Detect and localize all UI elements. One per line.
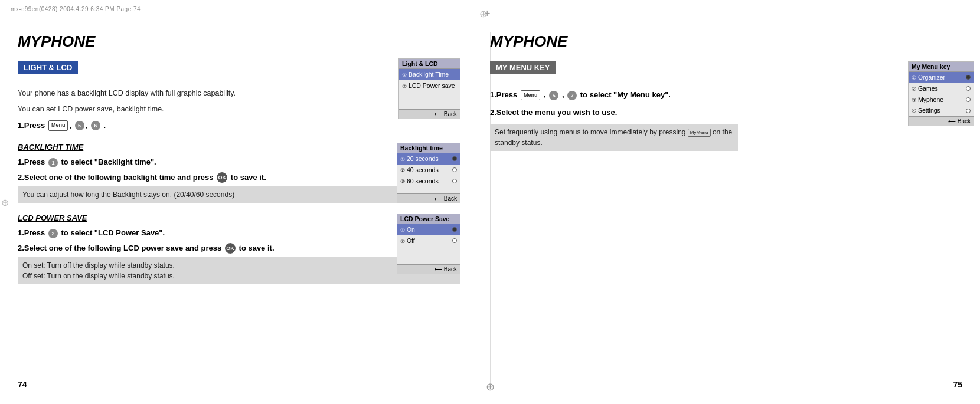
main-press-instruction: 1.Press Menu, 5, 6 .	[18, 120, 460, 132]
section-header-light-lcd: LIGHT & LCD	[18, 61, 78, 74]
lcd-title: LCD POWER SAVE	[18, 214, 460, 222]
right-nav-5: 5	[549, 91, 558, 100]
right-step2: 2.Select the menu you wish to use.	[490, 107, 974, 119]
radio-3	[452, 179, 457, 183]
right-info-box: Set frequently using menus to move immed…	[490, 124, 738, 151]
lcd-ok-icon: OK	[225, 243, 236, 254]
mymenu-item-4: ④ Settings	[909, 105, 974, 116]
lcd-panel-header: LCD Power Save	[397, 214, 460, 224]
section-header-my-menu: MY MENU KEY	[490, 61, 556, 74]
intro-text-2: You can set LCD power save, backlight ti…	[18, 104, 460, 115]
crosshair-top-icon: ⊕	[484, 11, 496, 22]
backlight-title: BACKLIGHT TIME	[18, 143, 460, 152]
page-number-left: 74	[18, 380, 27, 389]
menu-icon: Menu	[48, 120, 68, 131]
mymenu-panel-header: My Menu key	[909, 62, 974, 72]
light-lcd-item-2: ② LCD Power save	[399, 80, 460, 91]
right-nav-7: 7	[567, 91, 577, 100]
light-lcd-panel-footer: ⟵ Back	[399, 109, 460, 119]
lcd-item-1: ① On	[397, 224, 460, 235]
right-column: MYPHONE MY MENU KEY My Menu key ① Organi…	[490, 32, 974, 155]
lcd-item-2: ② Off	[397, 235, 460, 247]
right-step1: 1.Press Menu , 5 , 7 to select "My Menu …	[490, 89, 974, 101]
light-lcd-panel: Light & LCD ① Backlight Time ② LCD Power…	[398, 58, 460, 119]
lcd-section: LCD POWER SAVE LCD Power Save ① On ② Off…	[18, 214, 460, 284]
backlight-panel-header: Backlight time	[397, 143, 460, 153]
left-column: MYPHONE LIGHT & LCD Light & LCD ① Backli…	[18, 32, 460, 288]
mymenu-panel: My Menu key ① Organizer ② Games ③ Myphon…	[908, 61, 974, 126]
mymenu-key-icon: MyMenu	[688, 129, 711, 137]
backlight-step2: 2.Select one of the following backlight …	[18, 172, 460, 183]
lcd-step2: 2.Select one of the following LCD power …	[18, 242, 460, 254]
lcd-panel: LCD Power Save ① On ② Off ⟵ Back	[397, 214, 460, 274]
brand-left: MYPHONE	[18, 32, 460, 51]
lcd-step1: 1.Press 2 to select "LCD Power Save".	[18, 227, 460, 239]
light-lcd-item-1: ① Backlight Time	[399, 69, 460, 80]
mymenu-item-3: ③ Myphone	[909, 94, 974, 106]
backlight-item-1: ① 20 seconds	[397, 153, 460, 165]
page-number-right: 75	[953, 380, 962, 389]
mymenu-radio-4	[966, 109, 971, 113]
lcd-info-box: On set: Turn off the display while stand…	[18, 257, 460, 284]
mymenu-item-2: ② Games	[909, 83, 974, 94]
backlight-info-box: You can adjust how long the Backlight st…	[18, 186, 460, 203]
light-lcd-panel-header: Light & LCD	[399, 59, 460, 69]
lcd-nav-icon: 2	[48, 229, 58, 238]
lcd-radio-2	[452, 238, 457, 243]
lcd-panel-footer: ⟵ Back	[397, 264, 460, 274]
header-meta: mx-c99en(0428) 2004.4.29 6:34 PM Page 74	[11, 6, 141, 12]
nav-icon-5: 5	[75, 121, 84, 130]
right-menu-icon: Menu	[521, 90, 541, 101]
mymenu-radio-1	[966, 75, 971, 80]
radio-1	[452, 156, 457, 161]
backlight-section: BACKLIGHT TIME Backlight time ① 20 secon…	[18, 143, 460, 203]
brand-right: MYPHONE	[490, 32, 974, 51]
backlight-panel: Backlight time ① 20 seconds ② 40 seconds…	[397, 143, 460, 203]
backlight-item-2: ② 40 seconds	[397, 165, 460, 176]
ok-icon: OK	[217, 172, 227, 183]
intro-text-1: Your phone has a backlight LCD display w…	[18, 88, 460, 99]
mymenu-radio-2	[966, 86, 971, 91]
mymenu-panel-footer: ⟵ Back	[909, 116, 974, 126]
backlight-nav-icon: 1	[48, 158, 58, 167]
backlight-item-3: ③ 60 seconds	[397, 176, 460, 187]
nav-icon-6: 6	[91, 121, 100, 130]
backlight-panel-footer: ⟵ Back	[397, 193, 460, 203]
crosshair-bottom-icon: ⊕	[486, 380, 495, 393]
lcd-radio-1	[452, 227, 457, 232]
mymenu-radio-3	[966, 97, 971, 102]
radio-2	[452, 167, 457, 172]
backlight-step1: 1.Press 1 to select "Backlight time".	[18, 156, 460, 168]
crosshair-left-icon: ⊕	[0, 196, 9, 208]
mymenu-item-1: ① Organizer	[909, 72, 974, 83]
